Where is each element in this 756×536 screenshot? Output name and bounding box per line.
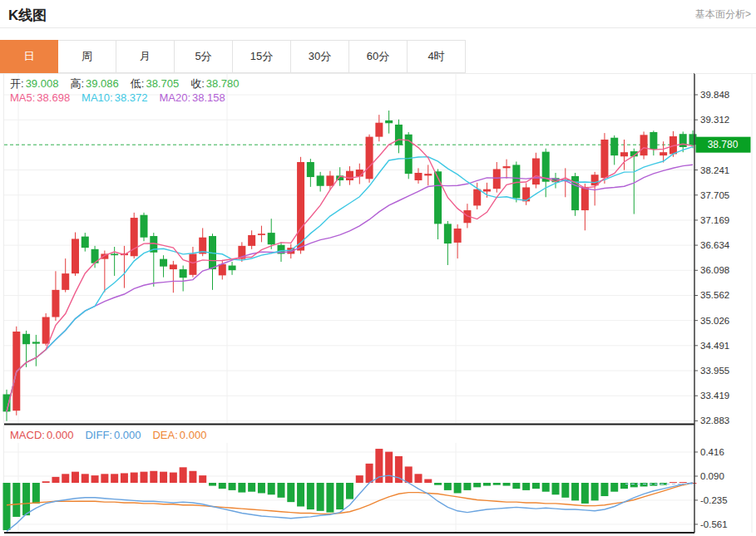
candle — [160, 259, 167, 267]
candle — [52, 290, 59, 317]
macd-hist-bar — [3, 483, 11, 530]
macd-hist-bar — [287, 483, 294, 502]
candle — [189, 253, 196, 274]
macd-hist-bar — [238, 483, 245, 493]
macd-hist-bar — [463, 483, 471, 490]
price-axis-label: 33.419 — [700, 391, 729, 401]
macd-hist-bar — [640, 483, 648, 486]
candle — [444, 224, 452, 243]
candle — [660, 152, 667, 155]
candle — [385, 120, 393, 123]
macd-hist-bar — [121, 473, 128, 483]
legend-item: 开:39.008 — [10, 77, 58, 90]
macd-hist-bar — [180, 467, 187, 483]
macd-hist-bar — [317, 483, 324, 511]
macd-hist-bar — [32, 483, 40, 504]
macd-hist-bar — [82, 474, 89, 483]
price-axis-label: 34.491 — [700, 341, 729, 351]
tab-60分[interactable]: 60分 — [349, 40, 408, 73]
macd-hist-bar — [473, 483, 481, 487]
candle — [229, 266, 236, 271]
macd-hist-bar — [101, 474, 108, 483]
candle — [434, 171, 442, 224]
macd-hist-bar — [12, 483, 20, 517]
candle — [532, 159, 540, 185]
tab-5分[interactable]: 5分 — [175, 40, 233, 73]
legend-item: 收:38.780 — [190, 77, 239, 90]
macd-hist-bar — [415, 474, 422, 483]
macd-hist-bar — [307, 483, 314, 509]
macd-hist-bar — [209, 483, 216, 486]
candle — [297, 162, 304, 250]
candle — [454, 229, 462, 243]
kline-chart-canvas[interactable]: 39.84839.31238.24137.70537.16936.63436.0… — [0, 73, 756, 536]
tab-日[interactable]: 日 — [0, 40, 58, 73]
tab-30分[interactable]: 30分 — [291, 40, 349, 73]
macd-hist-bar — [131, 473, 138, 483]
price-axis-label: 39.848 — [700, 90, 729, 100]
candle — [42, 317, 50, 344]
macd-hist-bar — [111, 474, 118, 483]
macd-hist-bar — [258, 483, 265, 493]
candle — [268, 233, 275, 244]
price-axis-label: 36.634 — [700, 240, 730, 250]
macd-axis-label: 0.090 — [700, 471, 724, 481]
macd-hist-bar — [268, 483, 275, 494]
macd-hist-bar — [141, 472, 148, 483]
tab-15分[interactable]: 15分 — [233, 40, 291, 73]
macd-hist-bar — [22, 483, 30, 515]
page-header: K线图 基本面分析> — [0, 0, 756, 28]
macd-hist-bar — [552, 483, 560, 494]
macd-axis-label: -0.235 — [700, 495, 728, 505]
price-axis-label: 36.098 — [700, 265, 729, 275]
macd-hist-bar — [219, 483, 226, 489]
candle — [503, 166, 511, 168]
legend-item: MA20:38.158 — [159, 91, 225, 104]
macd-hist-bar — [522, 483, 530, 490]
macd-hist-bar — [561, 483, 569, 498]
candle — [82, 237, 89, 248]
price-axis-label: 35.026 — [700, 316, 729, 326]
price-axis-label: 39.312 — [700, 115, 729, 125]
candle — [600, 140, 608, 178]
macd-hist-bar — [571, 483, 579, 500]
candle — [258, 234, 265, 235]
macd-hist-bar — [366, 464, 373, 483]
candle — [180, 269, 187, 278]
price-axis-label: 38.241 — [700, 165, 729, 175]
macd-hist-bar — [483, 483, 491, 486]
macd-hist-bar — [581, 483, 589, 504]
candle — [650, 132, 657, 150]
page-title: K线图 — [8, 6, 47, 25]
legend-item: MACD:0.000 — [10, 429, 73, 441]
macd-hist-bar — [160, 472, 167, 483]
macd-hist-bar — [444, 483, 452, 490]
macd-hist-bar — [532, 483, 540, 489]
tab-周[interactable]: 周 — [58, 40, 116, 73]
tab-月[interactable]: 月 — [116, 40, 175, 73]
kline-chart-panel: 39.84839.31238.24137.70537.16936.63436.0… — [0, 73, 756, 536]
candle — [493, 169, 501, 189]
macd-axis-label: -0.561 — [700, 519, 728, 529]
macd-hist-bar — [189, 471, 196, 483]
tab-4时[interactable]: 4时 — [408, 40, 466, 73]
macd-hist-bar — [610, 483, 618, 492]
candle — [610, 138, 618, 155]
macd-hist-bar — [278, 483, 285, 498]
ma10-line — [7, 147, 693, 412]
legend-item: DIFF:0.000 — [85, 429, 141, 441]
candle — [375, 123, 383, 137]
fundamental-analysis-link[interactable]: 基本面分析> — [695, 7, 751, 22]
current-price-tag-label: 38.780 — [708, 139, 739, 150]
macd-hist-bar — [512, 483, 520, 489]
ohlc-legend: 开:39.008高:39.086低:38.705收:38.780 — [10, 76, 251, 91]
candle — [170, 264, 177, 269]
price-axis-label: 37.169 — [700, 215, 729, 225]
macd-hist-bar — [356, 475, 363, 483]
price-axis-label: 33.955 — [700, 366, 729, 376]
macd-hist-bar — [679, 482, 687, 483]
candle — [111, 253, 118, 255]
macd-hist-bar — [42, 481, 50, 483]
macd-hist-bar — [424, 479, 432, 483]
candle — [366, 137, 373, 179]
